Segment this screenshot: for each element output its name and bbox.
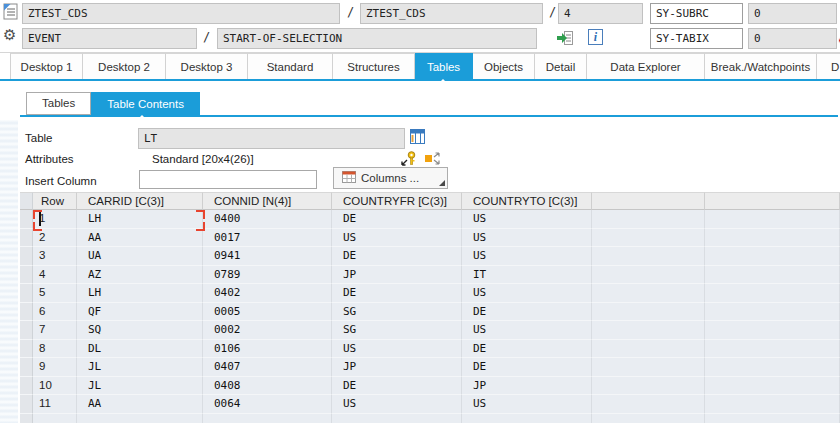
column-header-empty[interactable] [592, 192, 705, 210]
table-cell[interactable]: LH [77, 210, 203, 229]
table-cell-empty[interactable] [592, 266, 705, 285]
goto-statement-icon[interactable] [556, 30, 574, 50]
table-cell[interactable]: 0017 [203, 229, 332, 248]
table-cell-empty[interactable] [705, 377, 840, 396]
table-cell-empty[interactable] [705, 303, 840, 322]
tab-d[interactable]: D [817, 53, 840, 79]
table-cell[interactable] [77, 414, 203, 423]
column-header-row[interactable]: Row [33, 192, 77, 210]
table-cell[interactable]: 0106 [203, 340, 332, 359]
table-cell-empty[interactable] [705, 358, 840, 377]
subtab-table-contents[interactable]: Table Contents [91, 92, 200, 115]
table-cell-empty[interactable] [705, 284, 840, 303]
row-number-cell[interactable]: 9 [33, 358, 77, 377]
table-cell[interactable]: JP [332, 266, 462, 285]
tab-standard[interactable]: Standard [248, 53, 333, 79]
row-number-cell[interactable]: 6 [33, 303, 77, 322]
table-cell[interactable]: 0407 [203, 358, 332, 377]
tab-desktop-2[interactable]: Desktop 2 [83, 53, 166, 79]
row-number-cell[interactable]: 2 [33, 229, 77, 248]
table-cell[interactable]: DE [462, 340, 592, 359]
table-cell[interactable]: DE [332, 210, 462, 229]
table-cell[interactable]: US [462, 210, 592, 229]
event-field[interactable]: EVENT [22, 28, 197, 49]
table-cell[interactable]: DE [462, 303, 592, 322]
tab-data-explorer[interactable]: Data Explorer [587, 53, 705, 79]
table-cell-empty[interactable] [592, 395, 705, 414]
table-cell[interactable]: JP [462, 377, 592, 396]
table-cell[interactable]: 0941 [203, 247, 332, 266]
table-cell[interactable]: US [462, 229, 592, 248]
info-icon[interactable]: i [588, 29, 603, 45]
table-cell[interactable]: 0005 [203, 303, 332, 322]
table-cell[interactable]: QF [77, 303, 203, 322]
column-header-connid[interactable]: CONNID [N(4)] [203, 192, 332, 210]
table-cell[interactable]: US [332, 340, 462, 359]
table-cell[interactable]: 0402 [203, 284, 332, 303]
subtab-tables[interactable]: Tables [26, 92, 91, 115]
table-cell-empty[interactable] [592, 377, 705, 396]
table-cell[interactable]: DL [77, 340, 203, 359]
table-cell[interactable]: JL [77, 377, 203, 396]
table-name-field[interactable]: LT [138, 128, 405, 149]
tab-objects[interactable]: Objects [473, 53, 535, 79]
table-cell-empty[interactable] [705, 414, 840, 423]
table-cell[interactable]: US [462, 284, 592, 303]
insert-column-input[interactable] [139, 170, 317, 189]
table-cell[interactable]: 0002 [203, 321, 332, 340]
table-cell-empty[interactable] [592, 247, 705, 266]
table-cell-empty[interactable] [705, 266, 840, 285]
row-number-cell[interactable] [33, 414, 77, 423]
tab-tables[interactable]: Tables [415, 53, 473, 79]
table-cell[interactable]: 0064 [203, 395, 332, 414]
table-cell[interactable]: SQ [77, 321, 203, 340]
table-cell-empty[interactable] [592, 284, 705, 303]
table-cell[interactable]: AZ [77, 266, 203, 285]
table-cell[interactable]: DE [332, 377, 462, 396]
row-number-cell[interactable]: 3 [33, 247, 77, 266]
sysvar-subrc-field[interactable]: SY-SUBRC [650, 3, 743, 24]
table-cell-empty[interactable] [592, 340, 705, 359]
table-cell[interactable]: AA [77, 229, 203, 248]
table-cell[interactable]: 0408 [203, 377, 332, 396]
row-number-cell[interactable]: 8 [33, 340, 77, 359]
table-cell[interactable]: SG [332, 321, 462, 340]
table-cell[interactable]: IT [462, 266, 592, 285]
row-number-cell[interactable]: 10 [33, 377, 77, 396]
tab-break-watchpoints[interactable]: Break./Watchpoints [705, 53, 817, 79]
tab-detail[interactable]: Detail [535, 53, 587, 79]
table-cell-empty[interactable] [705, 395, 840, 414]
row-number-cell[interactable]: 4 [33, 266, 77, 285]
table-cell-empty[interactable] [705, 210, 840, 229]
table-cell-empty[interactable] [592, 321, 705, 340]
column-header-carrid[interactable]: CARRID [C(3)] [77, 192, 203, 210]
line-number-field[interactable]: 4 [558, 3, 643, 24]
table-cell[interactable] [203, 414, 332, 423]
column-header-countryfr[interactable]: COUNTRYFR [C(3)] [332, 192, 462, 210]
row-number-cell[interactable]: 7 [33, 321, 77, 340]
table-cell[interactable]: 0789 [203, 266, 332, 285]
table-cell-empty[interactable] [705, 247, 840, 266]
table-cell-empty[interactable] [592, 303, 705, 322]
table-cell[interactable] [462, 414, 592, 423]
row-number-cell[interactable]: 11 [33, 395, 77, 414]
column-header-countryto[interactable]: COUNTRYTO [C(3)] [462, 192, 592, 210]
table-cell-empty[interactable] [592, 358, 705, 377]
table-cell-empty[interactable] [592, 229, 705, 248]
table-cell[interactable]: DE [332, 247, 462, 266]
table-cell[interactable]: SG [332, 303, 462, 322]
table-cell[interactable]: US [462, 247, 592, 266]
row-number-cell[interactable]: 5 [33, 284, 77, 303]
table-cell[interactable]: US [332, 229, 462, 248]
table-cell-empty[interactable] [592, 210, 705, 229]
table-cell[interactable]: 0400 [203, 210, 332, 229]
internal-table-icon[interactable] [410, 129, 425, 148]
columns-button[interactable]: Columns ... [333, 167, 448, 189]
program-field[interactable]: ZTEST_CDS [22, 3, 340, 24]
table-cell[interactable]: US [332, 395, 462, 414]
table-cell[interactable]: AA [77, 395, 203, 414]
tab-structures[interactable]: Structures [333, 53, 415, 79]
table-cell[interactable]: US [462, 321, 592, 340]
event-block-field[interactable]: START-OF-SELECTION [217, 28, 537, 49]
table-cell[interactable] [332, 414, 462, 423]
